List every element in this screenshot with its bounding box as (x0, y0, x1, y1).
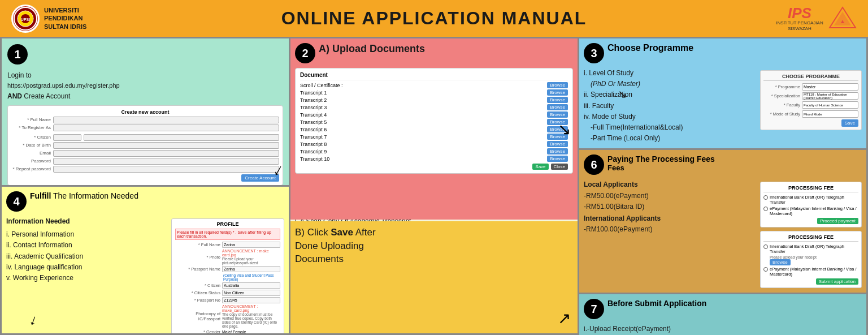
section-2-number: 2 (295, 43, 315, 63)
profile-mock: PROFILE Please fill in all required fiel… (171, 218, 284, 333)
logo-right: IPS INSTITUT PENGAJIAN SISWAZAH ▲ (774, 6, 857, 31)
transcript-row-5: Transcript 5Browse (300, 119, 568, 125)
submit-application-btn[interactable]: Submit application (816, 278, 858, 285)
svg-text:▲: ▲ (840, 18, 845, 24)
browse-btn-8[interactable]: Browse (547, 141, 568, 147)
section-6-processing-fees: 6 Paying The Processing Fees Fees PROCES… (579, 150, 866, 293)
fee-mock-2: PROCESSING FEE International Bank Draft … (760, 231, 862, 288)
faculty-select[interactable]: Faculty of Human Science (802, 101, 858, 109)
transcript-row-2: Transcript 2Browse (300, 97, 568, 103)
upsi-logo: UPSI (11, 5, 40, 33)
programme-mock-title: CHOOSE PROGRAMME (763, 74, 858, 81)
fee-browse-btn[interactable]: Browse (770, 259, 791, 265)
mode-select[interactable]: Mixed Mode (802, 110, 858, 118)
browse-btn-3[interactable]: Browse (547, 104, 568, 110)
transcript-row-9: Transcript 9Browse (300, 148, 568, 154)
browse-btn-1[interactable]: Browse (547, 89, 568, 96)
transcript-row-1: Transcript 1Browse (300, 89, 568, 96)
proceed-payment-btn[interactable]: Proceed payment (817, 218, 858, 224)
section-3-6-7-container: 3 Choose Programme CHOOSE PROGRAMME * Pr… (579, 38, 866, 333)
section-4-number: 4 (6, 191, 27, 212)
section-3-number: 3 (584, 43, 604, 63)
section-2-bottom: B) Click Save AfterDone UploadingDocumen… (290, 221, 578, 333)
section-1-login: 1 Login to https://postgrad.upsi.edu.my/… (2, 38, 289, 185)
upsi-logo-text: UNIVERSITI PENDIDIKAN SULTAN IDRIS (44, 6, 86, 31)
header: UPSI UNIVERSITI PENDIDIKAN SULTAN IDRIS … (0, 0, 868, 37)
section-1-number: 1 (7, 44, 28, 65)
section-2-part-a-label: A) Upload Documents (319, 43, 425, 55)
section-3-choose-programme: 3 Choose Programme CHOOSE PROGRAMME * Pr… (579, 38, 866, 148)
section-6-title: Paying The Processing Fees (607, 154, 715, 164)
profile-warning: Please fill in all required field(s) * .… (175, 229, 280, 240)
section-6-subtitle: Fees (607, 164, 715, 172)
ips-logo-text: IPS (788, 6, 811, 20)
browse-btn-9[interactable]: Browse (547, 148, 568, 154)
section-7-before-submit: 7 Before Submit Application i.-Upload Re… (579, 294, 866, 335)
transcript-row-4: Transcript 4Browse (300, 111, 568, 118)
browse-btn-4[interactable]: Browse (547, 111, 568, 118)
transcript-row-10: Transcript 10Browse (300, 156, 568, 162)
section-2-arrow-bottom: ↗ (558, 309, 571, 328)
transcript-row-7: Transcript 7Browse (300, 134, 568, 140)
transcript-row-3: Transcript 3Browse (300, 104, 568, 110)
programme-save-btn[interactable]: Save (841, 119, 858, 127)
section-2-part-b: B) Click Save AfterDone UploadingDocumen… (295, 226, 573, 266)
section-1-content: Login to https://postgrad.upsi.edu.my/re… (7, 70, 283, 102)
doc-modal-title: Document (300, 72, 568, 80)
doc-close-btn[interactable]: Close (551, 164, 568, 170)
fee-mocks: PROCESSING FEE International Bank Draft … (760, 179, 862, 288)
section-4-fulfill: 4 Fulfill The Information Needed PROFILE… (2, 187, 289, 333)
scroll-browse-btn[interactable]: Browse (547, 82, 568, 88)
section-7-number: 7 (584, 299, 604, 319)
scroll-cert-row: Scroll / Certificate : Browse (300, 82, 568, 88)
browse-btn-2[interactable]: Browse (547, 97, 568, 103)
transcript-row-6: Transcript 6Browse (300, 126, 568, 132)
svg-text:UPSI: UPSI (21, 18, 30, 22)
section-6-number: 6 (584, 154, 604, 175)
doc-save-btn[interactable]: Save (532, 164, 548, 170)
fee-mock-1: PROCESSING FEE International Bank Draft … (760, 182, 862, 227)
ips-logo-sub: INSTITUT PENGAJIAN SISWAZAH (774, 20, 825, 31)
create-account-form: Create new account * Full Name * To Regi… (7, 105, 283, 185)
logo-left: UPSI UNIVERSITI PENDIDIKAN SULTAN IDRIS (11, 5, 86, 33)
page-title: ONLINE APPLICATION MANUAL (281, 8, 587, 29)
section-2-upload: 2 A) Upload Documents Document Scroll / … (290, 38, 578, 333)
spec-select[interactable]: MT118 : Master of Education (Islamic Edu… (802, 92, 858, 100)
section-2-top: 2 A) Upload Documents Document Scroll / … (290, 38, 578, 220)
section-2-arrow-right: ↘ (558, 119, 571, 138)
choose-programme-mock: CHOOSE PROGRAMME * ProgrammeMaster * Spe… (760, 70, 862, 130)
section-7-content: i.-Upload Receipt(ePayment) - Key In Bit… (584, 324, 862, 335)
section-4-title: Fulfill The Information Needed (30, 191, 138, 200)
document-upload-mock: Document Scroll / Certificate : Browse T… (295, 68, 573, 174)
browse-btn-10[interactable]: Browse (547, 156, 568, 162)
section-4-arrow: ↓ (27, 311, 40, 330)
transcript-rows: Transcript 1BrowseTranscript 2BrowseTran… (300, 89, 568, 162)
transcript-row-8: Transcript 8Browse (300, 141, 568, 147)
programme-select[interactable]: Master (802, 83, 858, 91)
section-3-title: Choose Programme (607, 43, 693, 53)
section-7-title: Before Submit Application (607, 299, 706, 308)
